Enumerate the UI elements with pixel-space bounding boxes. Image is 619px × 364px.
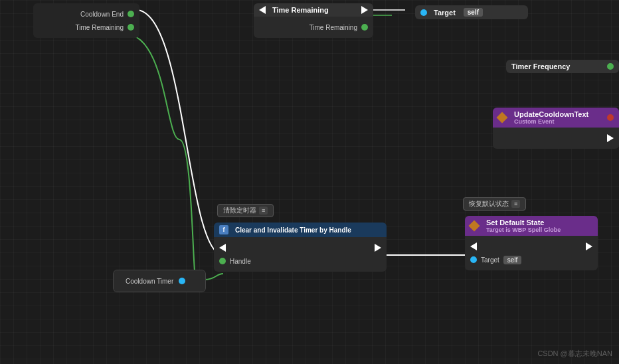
node-cooldown-timer-body: Cooldown Timer <box>113 270 206 292</box>
node-set-default-body: Target self <box>465 236 598 270</box>
blueprint-canvas: Cooldown End Time Remaining Time Remaini… <box>0 0 619 364</box>
node-target-self: Target self <box>415 5 528 19</box>
set-default-title: Set Default State <box>486 219 561 227</box>
label-tag-clear-text: 清除定时器 <box>223 206 256 215</box>
node-time-remaining-header: Time Remaining <box>254 3 373 17</box>
pin-row-target-set-default: Target self <box>465 253 598 266</box>
pin-row-time-remaining-left: Time Remaining <box>33 21 139 34</box>
node-timer-freq-header: Timer Frequency <box>506 60 619 73</box>
node-cooldown-timer: Cooldown Timer <box>113 270 206 292</box>
node-cooldown-end: Cooldown End Time Remaining <box>33 3 139 38</box>
label-tag-clear: 清除定时器 ≡ <box>217 204 274 217</box>
node-clear-timer: f Clear and Invalidate Timer by Handle H… <box>214 223 387 272</box>
node-clear-timer-title: Clear and Invalidate Timer by Handle <box>235 227 351 234</box>
node-clear-timer-header: f Clear and Invalidate Timer by Handle <box>214 223 387 237</box>
cooldown-timer-row: Cooldown Timer <box>120 274 199 288</box>
pin-target-in[interactable] <box>420 9 427 16</box>
pin-row-handle: Handle <box>214 254 387 268</box>
node-timer-freq-title: Timer Frequency <box>511 62 570 70</box>
pin-label-target: Target <box>481 256 499 264</box>
pin-update-cooldown-stop[interactable] <box>607 114 614 121</box>
connection-lines <box>0 0 619 364</box>
exec-pin-in-clear-timer[interactable] <box>219 244 226 252</box>
target-self-value: self <box>464 8 483 17</box>
node-target-label: Target <box>434 9 456 17</box>
node-clear-timer-body: Handle <box>214 237 387 272</box>
exec-pin-out-update-cooldown[interactable] <box>607 134 614 142</box>
set-default-subtitle: Target is WBP Spell Globe <box>486 227 561 233</box>
node-timer-freq: Timer Frequency <box>506 60 619 73</box>
exec-pin-in-set-default[interactable] <box>470 242 477 250</box>
label-tag-clear-btn[interactable]: ≡ <box>259 207 268 215</box>
pin-label-time-remaining-out: Time Remaining <box>310 24 357 31</box>
node-time-remaining-title: Time Remaining <box>272 6 329 14</box>
exec-out-update-cooldown <box>493 132 619 145</box>
pin-cooldown-timer-out[interactable] <box>179 278 185 284</box>
exec-row-set-default <box>465 240 598 253</box>
pin-label-time-remaining-left: Time Remaining <box>76 24 124 31</box>
exec-pin-in-time-remaining[interactable] <box>259 6 266 14</box>
pin-row-cooldown-end: Cooldown End <box>33 7 139 21</box>
pin-cooldown-end[interactable] <box>128 11 134 17</box>
set-default-icon <box>469 221 480 232</box>
cooldown-timer-label: Cooldown Timer <box>126 278 173 285</box>
pin-time-remaining-out[interactable] <box>361 24 368 31</box>
node-set-default-header: Set Default State Target is WBP Spell Gl… <box>465 216 598 236</box>
node-set-default: Set Default State Target is WBP Spell Gl… <box>465 216 598 270</box>
label-tag-restore: 恢复默认状态 ≡ <box>463 197 526 211</box>
pin-timer-freq-out[interactable] <box>607 63 614 70</box>
label-tag-restore-btn[interactable]: ≡ <box>511 200 520 208</box>
update-cooldown-subtitle: Custom Event <box>514 118 588 125</box>
node-time-remaining-body: Time Remaining <box>254 17 373 38</box>
target-self-value-set-default: self <box>503 256 522 264</box>
exec-pin-out-time-remaining[interactable] <box>361 6 368 14</box>
pin-label-cooldown-end: Cooldown End <box>80 11 124 18</box>
exec-pin-out-set-default[interactable] <box>586 242 592 250</box>
node-time-remaining: Time Remaining Time Remaining <box>254 3 373 38</box>
label-tag-restore-text: 恢复默认状态 <box>469 199 509 209</box>
pin-handle[interactable] <box>219 258 226 264</box>
pin-time-remaining-left[interactable] <box>128 24 134 31</box>
update-cooldown-title: UpdateCooldownText <box>514 110 588 118</box>
watermark-text: CSDN @暮志未晚NAN <box>537 349 612 357</box>
pin-label-handle: Handle <box>230 258 251 265</box>
update-cooldown-icon <box>497 112 508 124</box>
node-update-cooldown-header: UpdateCooldownText Custom Event <box>493 108 619 128</box>
func-icon-clear: f <box>219 225 228 234</box>
pin-target-set-default[interactable] <box>470 256 477 263</box>
node-update-cooldown-body <box>493 128 619 149</box>
node-target-self-header: Target self <box>415 5 528 19</box>
node-update-cooldown: UpdateCooldownText Custom Event <box>493 108 619 149</box>
watermark: CSDN @暮志未晚NAN <box>537 349 612 359</box>
exec-row-clear-timer <box>214 241 387 254</box>
pin-row-time-remaining-out: Time Remaining <box>254 21 373 34</box>
exec-pin-out-clear-timer[interactable] <box>375 244 381 252</box>
